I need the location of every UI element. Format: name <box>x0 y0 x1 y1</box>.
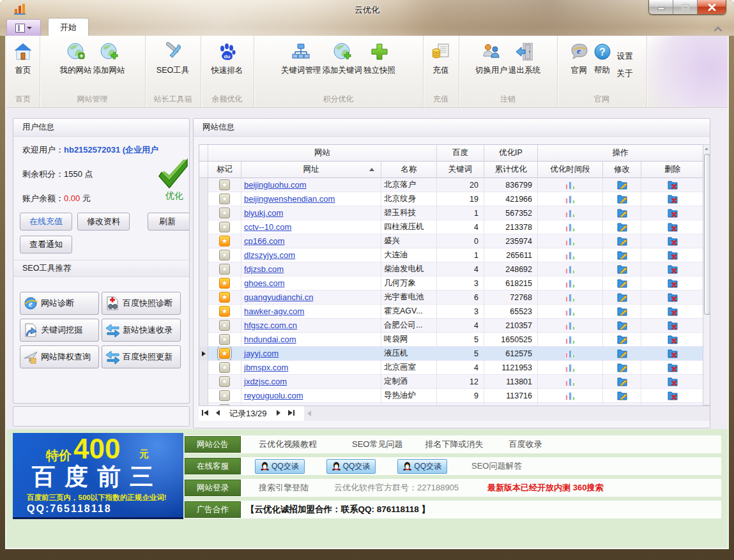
star-icon[interactable]: ★ <box>219 348 230 359</box>
mark-cell[interactable]: ★ <box>208 206 241 220</box>
announce-link[interactable]: SEO常见问题 <box>352 439 402 450</box>
mark-cell[interactable]: ★ <box>208 262 241 276</box>
fast-include-button[interactable]: 新站快速收录 <box>102 319 181 342</box>
edit-icon[interactable] <box>617 363 627 372</box>
delete-icon[interactable] <box>668 181 678 190</box>
ribbon-app-menu-button[interactable] <box>6 19 41 36</box>
refresh-button[interactable]: 刷新 <box>148 213 190 231</box>
star-icon[interactable]: ★ <box>219 179 230 190</box>
optimize-chart-icon[interactable] <box>565 195 575 204</box>
delete-icon[interactable] <box>668 195 678 204</box>
seo-tools-button[interactable]: SEO工具 <box>157 37 189 89</box>
ad-banner[interactable]: 特价 400 元 百度前三 百度前三页内，500以下指数的正规企业词! QQ:7… <box>13 433 183 519</box>
delete-icon[interactable] <box>668 223 678 232</box>
delete-icon[interactable] <box>668 349 678 358</box>
mark-cell[interactable]: ★ <box>208 192 241 206</box>
table-row[interactable]: ★cctv--10.com四柱液压机4213378 <box>199 220 703 234</box>
site-link[interactable]: cp166.com <box>241 236 285 246</box>
optimize-chart-icon[interactable] <box>565 265 575 274</box>
delete-icon[interactable] <box>668 293 678 302</box>
qq-chat-button[interactable]: QQ交谈 <box>255 459 305 474</box>
star-icon[interactable]: ★ <box>219 390 230 401</box>
keyword-manage-button[interactable]: 关键词管理 <box>281 37 321 89</box>
star-icon[interactable]: ★ <box>219 250 230 261</box>
optimize-chart-icon[interactable] <box>565 321 575 330</box>
delete-icon[interactable] <box>668 265 678 274</box>
delete-icon[interactable] <box>668 209 678 218</box>
table-row[interactable]: ★fdjzsb.com柴油发电机4248692 <box>199 262 703 276</box>
table-row[interactable]: ★jbmspx.com北京画室41121953 <box>199 361 703 375</box>
site-link[interactable]: hawker-agv.com <box>241 306 304 316</box>
star-icon[interactable]: ★ <box>219 306 230 317</box>
col-mark[interactable]: 标记 <box>208 162 241 178</box>
star-icon[interactable]: ★ <box>219 222 230 232</box>
delete-icon[interactable] <box>668 377 678 386</box>
site-link[interactable]: hndundai.com <box>241 335 296 344</box>
recharge-button[interactable]: 充值 <box>430 37 452 89</box>
table-row[interactable]: ★hndundai.com吨袋网51650525 <box>199 333 703 347</box>
switch-user-button[interactable]: 切换用户 <box>475 37 507 89</box>
optimize-chart-icon[interactable] <box>565 377 575 386</box>
my-sites-button[interactable]: 我的网站 <box>60 37 92 89</box>
tab-start[interactable]: 开始 <box>48 18 89 36</box>
optimize-chart-icon[interactable] <box>565 293 575 302</box>
horizontal-scrollbar[interactable] <box>304 406 710 421</box>
star-icon[interactable]: ★ <box>219 362 230 373</box>
edit-icon[interactable] <box>617 335 627 344</box>
home-button[interactable]: 首页 <box>12 37 34 89</box>
table-row[interactable]: ★jxdzjsc.com定制酒12113801 <box>199 375 703 389</box>
optimize-chart-icon[interactable] <box>565 237 575 246</box>
mark-cell[interactable]: ★ <box>208 291 241 305</box>
exit-system-button[interactable]: 退出系统 <box>508 37 540 89</box>
edit-icon[interactable] <box>617 377 627 386</box>
star-icon[interactable]: ★ <box>219 320 230 331</box>
fast-rank-button[interactable]: du 快速排名 <box>211 37 243 89</box>
nav-next-button[interactable] <box>272 410 285 417</box>
keyword-dig-button[interactable]: 关键词挖掘 <box>20 319 99 342</box>
star-icon[interactable]: ★ <box>219 236 230 246</box>
mark-cell[interactable]: ★ <box>208 276 241 291</box>
delete-icon[interactable] <box>668 321 678 330</box>
edit-icon[interactable] <box>617 307 627 316</box>
site-link[interactable]: hfgszc.com.cn <box>241 321 297 330</box>
table-row[interactable]: ★dlzszyjys.com大连油1265611 <box>199 248 703 262</box>
scroll-left-icon[interactable] <box>307 411 312 416</box>
edit-icon[interactable] <box>617 279 627 288</box>
site-link[interactable]: ghoes.com <box>241 278 285 288</box>
col-edit[interactable]: 修改 <box>603 162 641 178</box>
optimize-chart-icon[interactable] <box>565 181 575 190</box>
table-row[interactable]: ★hfgszc.com.cn合肥公司...4210357 <box>199 319 703 333</box>
edit-icon[interactable] <box>617 237 627 246</box>
collapse-ribbon-icon[interactable] <box>714 26 723 32</box>
about-button[interactable]: 关于 <box>617 68 633 79</box>
star-icon[interactable]: ★ <box>219 376 230 387</box>
mark-cell[interactable]: ★ <box>208 248 241 262</box>
settings-button[interactable]: 设置 <box>617 51 633 62</box>
delete-icon[interactable] <box>668 237 678 246</box>
snapshot-update-button[interactable]: 百度快照更新 <box>102 345 181 368</box>
announce-link[interactable]: 云优化视频教程 <box>259 439 317 450</box>
site-diagnose-button[interactable]: e 网站诊断 <box>20 292 99 315</box>
edit-icon[interactable] <box>617 209 627 218</box>
delete-icon[interactable] <box>668 363 678 372</box>
optimize-chart-icon[interactable] <box>565 251 575 260</box>
mark-cell[interactable]: ★ <box>208 389 241 403</box>
star-icon[interactable]: ★ <box>219 193 230 204</box>
snapshot-diagnose-button[interactable]: 百度快照诊断 <box>102 292 181 315</box>
site-link[interactable]: biyukj.com <box>241 208 283 218</box>
add-keyword-button[interactable]: 添加关键词 <box>323 37 363 89</box>
group-header-ip[interactable]: 优化IP <box>484 145 538 162</box>
site-link[interactable]: beijingluohu.com <box>241 180 307 190</box>
mark-cell[interactable]: ★ <box>208 347 241 361</box>
maximize-button[interactable] <box>673 0 698 14</box>
optimize-chart-icon[interactable] <box>565 363 575 372</box>
optimize-chart-icon[interactable] <box>565 391 575 400</box>
edit-icon[interactable] <box>617 251 627 260</box>
group-header-baidu[interactable]: 百度 <box>437 145 484 162</box>
table-row[interactable]: ★jayyj.com液压机5612575 <box>199 347 703 361</box>
site-link[interactable]: reyouguolu.com <box>241 391 303 400</box>
edit-icon[interactable] <box>617 223 627 232</box>
site-link[interactable]: beijingwenshendian.com <box>241 194 335 204</box>
col-period[interactable]: 优化时间段 <box>538 162 603 178</box>
table-row[interactable]: ★reyouguolu.com导热油炉9113716 <box>199 389 703 403</box>
